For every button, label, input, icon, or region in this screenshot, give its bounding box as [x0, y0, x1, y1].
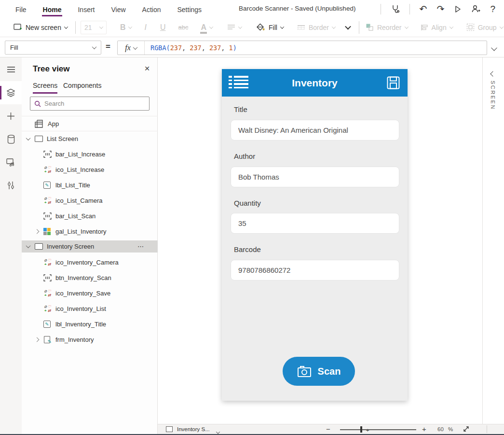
search-input[interactable] — [44, 100, 145, 107]
italic-button[interactable]: I — [144, 23, 146, 32]
menu-home[interactable]: Home — [42, 2, 63, 16]
screen-icon — [35, 243, 43, 250]
menu-insert[interactable]: Insert — [77, 2, 95, 16]
tree-item-bar-list-increase[interactable]: bar_List_Increase — [22, 148, 158, 160]
phone-app-header: Inventory — [222, 69, 408, 97]
tree-item-ico-inventory-save[interactable]: ⊘♡+⇄ ico_Inventory_Save — [22, 287, 158, 299]
formula-text[interactable]: RGBA(237, 237, 237, 1) — [145, 41, 237, 55]
powerapps-studio: File Home Insert View Action Settings Ba… — [0, 0, 504, 435]
menu-view[interactable]: View — [110, 2, 126, 16]
data-sources-icon[interactable] — [0, 127, 22, 151]
border-button[interactable]: Border — [297, 24, 335, 31]
menu-file[interactable]: File — [14, 2, 27, 16]
help-icon[interactable]: ? — [490, 4, 495, 14]
tree-item-inventory-screen[interactable]: Inventory Screen ⋯ — [22, 240, 158, 253]
align-button[interactable]: Align — [421, 24, 453, 31]
design-canvas[interactable]: Inventory Title Author Quantity Barcode … — [158, 57, 482, 424]
group-button[interactable]: Group — [466, 23, 503, 31]
title-input[interactable] — [231, 120, 399, 140]
formula-input-box[interactable]: fx RGBA(237, 237, 237, 1) — [117, 41, 487, 55]
overflow-menu-icon[interactable]: ⋯ — [137, 243, 145, 250]
zoom-slider-track[interactable] — [340, 429, 416, 430]
tree-item-gal-list-inventory[interactable]: gal_List_Inventory — [22, 225, 158, 238]
reorder-button[interactable]: Reorder — [366, 24, 408, 31]
media-icon[interactable] — [0, 151, 22, 174]
chevron-down-icon[interactable] — [26, 243, 31, 248]
barcode-icon — [43, 151, 52, 158]
document-title: Barcode Scanner - Saved (Unpublished) — [239, 5, 355, 12]
divider — [75, 21, 76, 34]
zoom-in-button[interactable]: + — [422, 425, 426, 433]
tree-item-lbl-inventory-title[interactable]: ✎ lbl_Inventory_Title — [22, 318, 158, 330]
search-icon — [34, 100, 41, 107]
tab-screens[interactable]: Screens — [33, 82, 57, 94]
save-icon[interactable] — [387, 76, 400, 89]
percent-sign: % — [448, 426, 453, 432]
divider — [487, 425, 487, 433]
divider — [381, 4, 381, 14]
tree-item-ico-list-increase[interactable]: ⊘♡+⇄ ico_List_Increase — [22, 164, 158, 176]
label-icon: ✎ — [43, 182, 51, 189]
tree-item-ico-inventory-list[interactable]: ⊘♡+⇄ ico_Inventory_List — [22, 303, 158, 315]
screen-panel-label: SCREEN — [490, 81, 496, 110]
zoom-out-button[interactable]: − — [326, 425, 330, 433]
zoom-slider-handle[interactable] — [360, 426, 362, 433]
iconset-icon: ⊘♡+⇄ — [43, 197, 51, 205]
chevron-down-icon[interactable] — [26, 136, 31, 140]
redo-icon[interactable]: ↷ — [437, 4, 445, 14]
tree-item-lbl-list-title[interactable]: ✎ lbl_List_Title — [22, 179, 158, 191]
close-icon[interactable]: × — [141, 63, 153, 74]
preview-play-icon[interactable] — [454, 5, 462, 13]
quantity-input[interactable] — [231, 213, 399, 234]
barcode-icon — [43, 274, 52, 281]
hamburger-menu-icon[interactable] — [0, 58, 22, 81]
tree-search-box[interactable] — [30, 97, 150, 111]
menu-action[interactable]: Action — [141, 2, 162, 16]
author-input[interactable] — [231, 167, 399, 187]
formula-expand-chevron[interactable] — [492, 44, 496, 53]
tree-item-ico-inventory-camera[interactable]: ⊘♡+⇄ ico_Inventory_Camera — [22, 256, 158, 268]
bold-button[interactable]: B — [120, 23, 132, 32]
tree-item-frm-inventory[interactable]: frm_Inventory — [22, 334, 158, 346]
chevron-right-icon[interactable] — [35, 337, 40, 342]
chevron-right-icon[interactable] — [35, 229, 40, 234]
share-user-icon[interactable] — [471, 5, 480, 13]
screen-selector[interactable]: Inventory S... — [177, 426, 210, 432]
list-menu-icon[interactable] — [229, 76, 248, 89]
tab-components[interactable]: Components — [63, 82, 101, 92]
undo-icon[interactable]: ↶ — [420, 4, 427, 14]
advanced-tools-icon[interactable] — [0, 174, 22, 197]
tree-item-ico-list-camera[interactable]: ⊘♡+⇄ ico_List_Camera — [22, 195, 158, 207]
menu-settings[interactable]: Settings — [177, 2, 203, 16]
ribbon-more-chevron[interactable] — [346, 25, 350, 29]
phone-screen-preview[interactable]: Inventory Title Author Quantity Barcode … — [222, 69, 408, 401]
fx-button[interactable]: fx — [118, 41, 145, 55]
tree-item-app[interactable]: App — [22, 118, 158, 130]
barcode-input[interactable] — [231, 260, 399, 281]
app-checker-icon[interactable] — [391, 4, 400, 14]
tree-item-list-screen[interactable]: List Screen — [22, 133, 158, 145]
text-align-button[interactable] — [227, 24, 242, 30]
underline-button[interactable]: U — [160, 23, 166, 32]
divider — [22, 131, 158, 131]
fit-to-window-icon[interactable] — [463, 425, 470, 433]
strikethrough-button[interactable]: abc — [178, 24, 189, 31]
font-size-select[interactable]: 21 — [81, 21, 107, 34]
zoom-slider-center-tick: + — [366, 427, 369, 433]
properties-panel-collapsed: SCREEN — [482, 57, 504, 435]
font-color-button[interactable]: A — [201, 23, 213, 32]
tree-view-nav-icon[interactable] — [0, 81, 22, 104]
divider — [359, 21, 359, 34]
new-screen-icon — [14, 24, 22, 31]
divider — [409, 4, 410, 14]
scan-button[interactable]: Scan — [283, 357, 355, 386]
tree-item-bar-list-scan[interactable]: bar_List_Scan — [22, 210, 158, 222]
expand-panel-chevron-icon[interactable] — [491, 69, 495, 78]
insert-plus-icon[interactable] — [0, 104, 22, 127]
align-lines-icon — [227, 24, 235, 30]
tree-item-btn-inventory-scan[interactable]: btn_Inventory_Scan — [22, 272, 158, 284]
property-select[interactable]: Fill — [5, 41, 101, 55]
new-screen-button[interactable]: New screen — [14, 24, 68, 31]
fill-button[interactable]: Fill — [256, 23, 284, 32]
form-icon — [44, 336, 50, 343]
